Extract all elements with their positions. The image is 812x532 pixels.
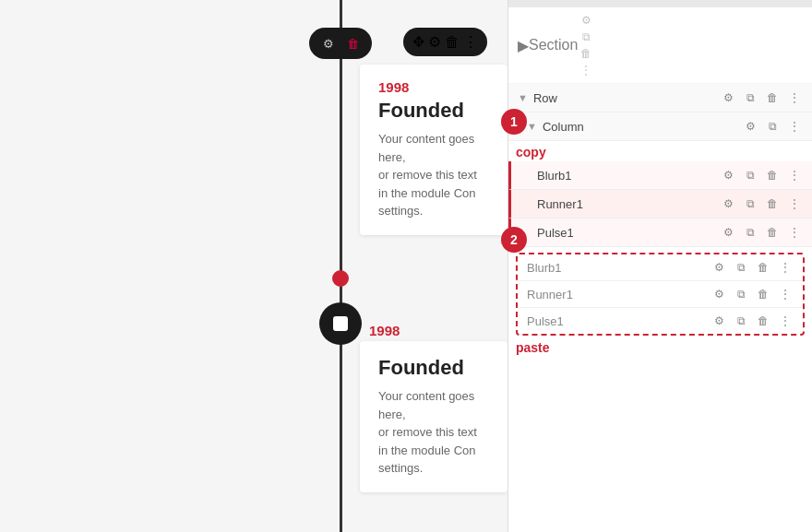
list-item-pulse1[interactable]: Pulse1 ⚙ ⧉ 🗑 ⋮: [508, 219, 812, 247]
more-icon-row[interactable]: ⋮: [786, 89, 803, 106]
row-header: ▼ Row ⚙ ⧉ 🗑 ⋮: [508, 84, 812, 112]
paste-label-wrapper: paste: [508, 336, 812, 360]
paste-runner1-label: Runner1: [527, 288, 710, 301]
block1-year: 1998: [378, 79, 489, 95]
gear-icon-paste-runner1[interactable]: ⚙: [710, 286, 727, 302]
badge-2: 2: [501, 227, 527, 253]
selected-items-group: Blurb1 ⚙ ⧉ 🗑 ⋮ Runner1 ⚙ ⧉ 🗑 ⋮ Pulse1 ⚙ …: [508, 161, 812, 247]
paste-item-pulse1: Pulse1 ⚙ ⧉ 🗑 ⋮: [518, 308, 803, 334]
timeline-line: [340, 0, 342, 532]
paste-item-blurb1: Blurb1 ⚙ ⧉ 🗑 ⋮: [518, 254, 803, 281]
more-icon-paste-runner1[interactable]: ⋮: [777, 286, 794, 302]
arrow-icon-row: ▼: [518, 92, 528, 103]
copy-icon-runner1[interactable]: ⧉: [742, 195, 758, 212]
gear-icon-column[interactable]: ⚙: [742, 118, 758, 135]
trash-icon-2[interactable]: 🗑: [445, 34, 460, 51]
badge-1: 1: [501, 109, 527, 135]
section-label: Section: [529, 37, 578, 53]
more-icon-blurb1[interactable]: ⋮: [786, 167, 803, 183]
gear-icon-runner1[interactable]: ⚙: [720, 195, 736, 212]
gear-icon-row[interactable]: ⚙: [720, 89, 736, 106]
block1-toolbar2: ✥ ⚙ 🗑 ⋮: [403, 28, 487, 56]
gear-icon-paste-blurb1[interactable]: ⚙: [710, 259, 727, 276]
copy-icon-row[interactable]: ⧉: [742, 89, 758, 106]
gear-icon-paste-pulse1[interactable]: ⚙: [710, 313, 727, 329]
copy-icon-paste-runner1[interactable]: ⧉: [733, 286, 749, 302]
timeline-dot-1: [332, 270, 349, 287]
paste-blurb1-label: Blurb1: [527, 261, 710, 275]
trash-icon-pulse1[interactable]: 🗑: [764, 224, 781, 241]
column-header: ▼ Column ⚙ ⧉ ⋮: [508, 112, 812, 141]
more-icon-paste-blurb1[interactable]: ⋮: [777, 259, 794, 276]
runner1-label: Runner1: [537, 197, 720, 211]
paste-pulse1-label: Pulse1: [527, 314, 710, 328]
trash-icon-paste-blurb1[interactable]: 🗑: [755, 259, 771, 276]
pulse1-label: Pulse1: [537, 226, 720, 240]
top-bar: [508, 0, 812, 7]
list-item-runner1[interactable]: Runner1 ⚙ ⧉ 🗑 ⋮: [508, 190, 812, 219]
timeline-dot-large: [319, 302, 362, 345]
trash-icon-paste-runner1[interactable]: 🗑: [755, 286, 771, 302]
paste-region-wrapper: Blurb1 ⚙ ⧉ 🗑 ⋮ Runner1 ⚙ ⧉ 🗑 ⋮ Pulse1: [508, 253, 812, 360]
section-icons: ⚙ ⧉ 🗑 ⋮: [578, 12, 594, 78]
paste-runner1-icons: ⚙ ⧉ 🗑 ⋮: [710, 286, 794, 302]
more-icon-paste-pulse1[interactable]: ⋮: [777, 313, 794, 329]
trash-icon-runner1[interactable]: 🗑: [764, 195, 781, 212]
left-panel: ⚙ 🗑 ✥ ⚙ 🗑 ⋮ 1998 Founded Your content go…: [0, 0, 508, 532]
copy-label: copy: [516, 145, 805, 160]
paste-item-runner1: Runner1 ⚙ ⧉ 🗑 ⋮: [518, 281, 803, 308]
gear-icon-2[interactable]: ⚙: [428, 33, 441, 51]
blurb1-label: Blurb1: [537, 169, 720, 183]
copy-icon-column[interactable]: ⧉: [764, 118, 781, 135]
paste-region: Blurb1 ⚙ ⧉ 🗑 ⋮ Runner1 ⚙ ⧉ 🗑 ⋮ Pulse1: [516, 253, 805, 336]
paste-pulse1-icons: ⚙ ⧉ 🗑 ⋮: [710, 313, 794, 329]
copy-region: copy: [516, 145, 805, 160]
dot-inner: [333, 316, 348, 331]
copy-icon-paste-pulse1[interactable]: ⧉: [733, 313, 749, 329]
list-item-blurb1[interactable]: Blurb1 ⚙ ⧉ 🗑 ⋮: [508, 161, 812, 190]
paste-blurb1-icons: ⚙ ⧉ 🗑 ⋮: [710, 259, 794, 276]
blurb1-icons: ⚙ ⧉ 🗑 ⋮: [720, 167, 803, 183]
arrow-icon-section: ▶: [518, 37, 529, 54]
pulse1-icons: ⚙ ⧉ 🗑 ⋮: [720, 224, 803, 241]
trash-icon-paste-pulse1[interactable]: 🗑: [755, 313, 771, 329]
copy-icon-blurb1[interactable]: ⧉: [742, 167, 758, 183]
trash-icon-section[interactable]: 🗑: [578, 45, 594, 62]
right-panel: ▶ Section ⚙ ⧉ 🗑 ⋮ ▼ Row ⚙ ⧉ 🗑 ⋮ ▼ Column…: [508, 0, 812, 532]
column-label: Column: [543, 120, 742, 134]
arrow-icon-column: ▼: [527, 121, 537, 132]
row-icons: ⚙ ⧉ 🗑 ⋮: [720, 89, 803, 106]
move-icon-1[interactable]: ✥: [412, 33, 424, 51]
more-icon-1[interactable]: ⋮: [463, 33, 478, 51]
block1-toolbar: ⚙ 🗑: [309, 28, 372, 59]
copy-icon-paste-blurb1[interactable]: ⧉: [733, 259, 749, 276]
more-icon-pulse1[interactable]: ⋮: [786, 224, 803, 241]
block2-title: Founded: [378, 356, 489, 380]
timeline-block-1: 1998 Founded Your content goes here, or …: [360, 65, 508, 235]
timeline-block-2: Founded Your content goes here, or remov…: [360, 341, 508, 492]
gear-icon-section[interactable]: ⚙: [578, 12, 594, 29]
block1-text: Your content goes here, or remove this t…: [378, 130, 489, 220]
gear-icon-1[interactable]: ⚙: [318, 33, 339, 53]
section-row: ▶ Section ⚙ ⧉ 🗑 ⋮: [508, 7, 812, 84]
trash-icon-blurb1[interactable]: 🗑: [764, 167, 781, 183]
trash-icon-row[interactable]: 🗑: [764, 89, 781, 106]
more-icon-runner1[interactable]: ⋮: [786, 195, 803, 212]
runner1-icons: ⚙ ⧉ 🗑 ⋮: [720, 195, 803, 212]
block2-year-label: 1998: [369, 323, 400, 338]
gear-icon-blurb1[interactable]: ⚙: [720, 167, 736, 183]
column-icons: ⚙ ⧉ ⋮: [742, 118, 803, 135]
paste-label: paste: [516, 338, 805, 357]
block1-title: Founded: [378, 99, 489, 123]
more-icon-column[interactable]: ⋮: [786, 118, 803, 135]
copy-icon-pulse1[interactable]: ⧉: [742, 224, 758, 241]
row-label: Row: [533, 91, 720, 105]
block2-text: Your content goes here, or remove this t…: [378, 387, 489, 478]
more-icon-section[interactable]: ⋮: [578, 62, 594, 78]
gear-icon-pulse1[interactable]: ⚙: [720, 224, 736, 241]
trash-icon-1[interactable]: 🗑: [342, 33, 363, 53]
copy-icon-section[interactable]: ⧉: [578, 29, 594, 45]
